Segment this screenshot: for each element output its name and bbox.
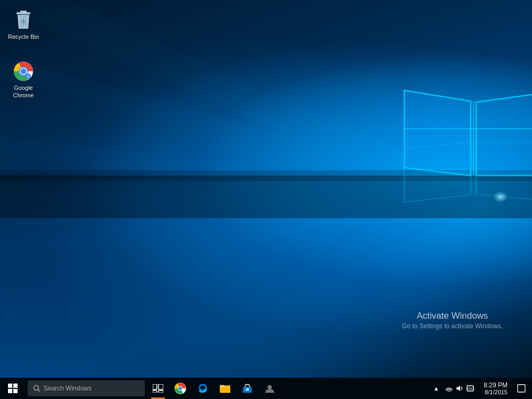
google-chrome-icon[interactable]: P Google Chrome <box>4 59 43 102</box>
svg-rect-35 <box>13 389 18 393</box>
taskbar-mail-icon <box>264 383 276 394</box>
task-view-icon <box>153 384 163 393</box>
svg-point-36 <box>34 386 39 390</box>
taskbar-file-explorer[interactable] <box>214 378 236 399</box>
svg-rect-33 <box>13 384 18 388</box>
taskbar-store-icon <box>242 383 253 394</box>
task-view-button[interactable] <box>147 378 169 399</box>
network-icon[interactable] <box>445 385 453 392</box>
clock[interactable]: 8:29 PM 8/1/2015 <box>478 381 513 395</box>
svg-rect-40 <box>153 390 157 393</box>
recycle-bin-label: Recycle Bin <box>8 33 39 40</box>
svg-rect-20 <box>20 11 27 13</box>
svg-rect-39 <box>159 384 163 389</box>
search-box[interactable] <box>28 380 145 396</box>
windows-logo-icon <box>8 384 18 393</box>
notification-center-button[interactable] <box>513 378 530 399</box>
taskbar-mail[interactable] <box>259 378 281 399</box>
svg-point-49 <box>268 385 272 389</box>
tray-show-hidden[interactable]: ▲ <box>431 385 441 392</box>
svg-point-18 <box>426 165 511 229</box>
svg-text:P: P <box>27 75 29 78</box>
chrome-svg: P <box>13 61 34 82</box>
notification-icon <box>517 384 526 393</box>
svg-text:♻: ♻ <box>21 19 26 24</box>
svg-text:ENG: ENG <box>467 387 474 390</box>
search-icon <box>33 385 40 392</box>
recycle-bin-icon[interactable]: ♻ Recycle Bin <box>4 7 43 43</box>
svg-rect-34 <box>8 389 12 393</box>
svg-rect-55 <box>518 385 525 392</box>
search-input[interactable] <box>44 385 139 392</box>
taskbar-edge[interactable] <box>192 378 214 399</box>
taskbar: ▲ ENG 8:29 PM 8/1/2015 <box>0 378 532 399</box>
svg-point-28 <box>21 69 27 74</box>
taskbar-file-explorer-icon <box>219 383 231 394</box>
system-tray: ▲ ENG 8:29 PM 8/1/2015 <box>431 378 532 399</box>
svg-point-51 <box>448 391 450 392</box>
svg-rect-48 <box>246 388 249 390</box>
svg-rect-38 <box>153 384 157 389</box>
taskbar-chrome[interactable] <box>169 378 192 399</box>
volume-icon[interactable] <box>456 385 463 392</box>
svg-rect-46 <box>220 387 230 393</box>
taskbar-store[interactable] <box>236 378 259 399</box>
svg-point-44 <box>179 387 182 390</box>
svg-rect-32 <box>8 384 12 388</box>
start-button[interactable] <box>0 378 26 399</box>
desktop: ♻ Recycle Bin P Google Chrome <box>0 0 532 378</box>
svg-line-37 <box>38 390 40 392</box>
tray-icons: ENG <box>441 385 478 392</box>
taskbar-chrome-icon <box>174 382 187 395</box>
clock-time: 8:29 PM <box>484 381 508 389</box>
svg-marker-52 <box>456 386 460 391</box>
clock-date: 8/1/2015 <box>485 389 508 395</box>
activate-windows-title: Activate Windows <box>402 311 503 321</box>
chrome-label: Google Chrome <box>6 84 40 99</box>
recycle-bin-svg: ♻ <box>13 10 34 31</box>
taskbar-edge-icon <box>197 383 209 394</box>
ime-icon[interactable]: ENG <box>467 385 474 392</box>
activate-windows-subtitle: Go to Settings to activate Windows. <box>402 322 503 330</box>
activate-windows-notice: Activate Windows Go to Settings to activ… <box>402 311 503 330</box>
svg-rect-41 <box>159 390 163 393</box>
